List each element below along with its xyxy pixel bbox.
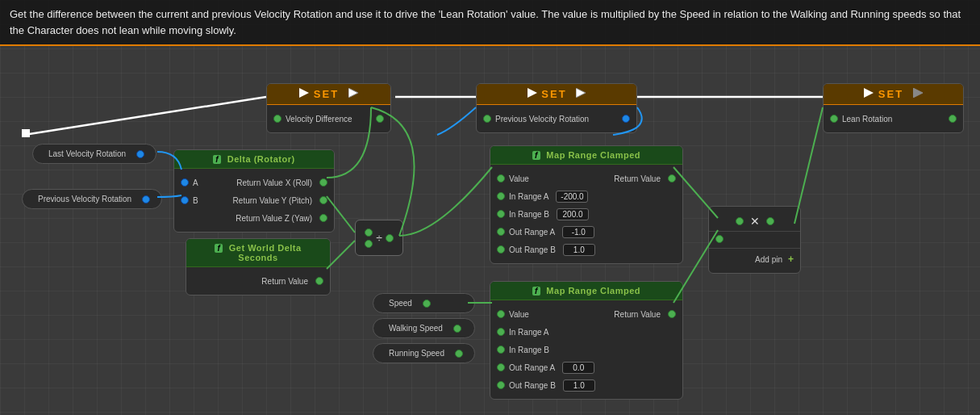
walking-speed-inner: Walking Speed [385, 324, 463, 333]
map-range-2-body: Value Return Value In Range A In Range B… [490, 300, 682, 399]
map2-out-a-value[interactable]: 0.0 [562, 362, 594, 374]
lean-rot-label: Lean Rotation [838, 115, 896, 124]
pin-dot-delta-sec-out [315, 277, 323, 285]
get-world-delta-seconds-node: f Get World Delta Seconds Return Value [186, 238, 331, 296]
set-node-lean-rotation: SET Lean Rotation [823, 83, 964, 133]
get-world-delta-return-label: Return Value [257, 277, 312, 286]
set-node-1-pin: Velocity Difference [267, 110, 390, 128]
map-range-2-header: f Map Range Clamped [490, 282, 682, 300]
vel-diff-label: Velocity Difference [281, 115, 357, 124]
svg-marker-5 [913, 88, 923, 98]
pin-dot-prevvelrot-in [483, 115, 491, 123]
entry-point [22, 129, 30, 137]
divide-symbol: ÷ [376, 232, 382, 245]
get-world-delta-label: Get World Delta Seconds [229, 243, 302, 262]
exec-in-arrow-2 [528, 88, 537, 98]
map1-out-b-row: Out Range B 1.0 [490, 241, 682, 258]
map2-out-b-value[interactable]: 1.0 [563, 379, 595, 392]
pin-dot-mult-in-2 [715, 235, 724, 243]
map1-in-a-row: In Range A -200.0 [490, 187, 682, 205]
walking-speed-label: Walking Speed [385, 324, 447, 333]
pin-dot-map2-outa [497, 363, 505, 371]
pin-dot-map2-outb [497, 381, 505, 389]
running-speed-label: Running Speed [385, 349, 448, 358]
pin-dot-prev-vel-rot [142, 195, 150, 203]
pin-dot-mult-in-1 [736, 217, 744, 225]
speed-inputs-container: Speed Walking Speed Running Speed [373, 293, 475, 363]
delta-rotator-header: f Delta (Rotator) [174, 150, 334, 169]
set-node-2-pin: Previous Velocity Rotation [477, 110, 636, 128]
map-range-1-label: Map Range Clamped [546, 150, 640, 160]
description-text: Get the difference between the current a… [10, 8, 961, 36]
func-icon-delta-sec: f [215, 244, 223, 253]
pin-dot-vel-diff-in [273, 115, 281, 123]
get-world-delta-pin: Return Value [186, 272, 330, 290]
description-bar: Get the difference between the current a… [0, 0, 980, 46]
exec-in-arrow-1 [299, 88, 309, 98]
exec-out-arrow-2 [576, 88, 586, 98]
pin-dot-div-in-1 [365, 228, 373, 237]
set-node-prev-vel-rot: SET Previous Velocity Rotation [476, 83, 637, 133]
speed-label: Speed [385, 299, 416, 308]
pin-dot-map2-ina [497, 328, 505, 336]
var-prev-vel-inner: Previous Velocity Rotation [34, 195, 150, 203]
set-node-3-label: SET [878, 88, 903, 100]
var-last-velocity-rotation: Last Velocity Rotation [32, 144, 156, 164]
map-range-1-header: f Map Range Clamped [490, 146, 682, 165]
set-node-2-header: SET [477, 84, 636, 105]
prev-vel-rot-label: Previous Velocity Rotation [491, 115, 593, 124]
var-previous-velocity-rotation: Previous Velocity Rotation [22, 189, 162, 209]
delta-rotator-label: Delta (Rotator) [227, 154, 295, 164]
pin-dot-map1-outb [497, 245, 505, 254]
pin-dot-map1-outa [497, 228, 505, 236]
pin-dot-last-vel-rot [136, 150, 144, 158]
get-world-delta-header: f Get World Delta Seconds [186, 239, 330, 267]
add-pin-label: Add pin [751, 255, 786, 264]
add-pin-button[interactable]: Add pin + [709, 250, 800, 268]
delta-pin-b: B Return Value Y (Pitch) [174, 191, 334, 209]
map1-out-a-value[interactable]: -1.0 [562, 226, 594, 238]
set-node-2-body: Previous Velocity Rotation [477, 105, 636, 132]
pin-dot-running-speed [455, 350, 463, 358]
last-vel-rot-label: Last Velocity Rotation [44, 149, 130, 158]
func-icon-map1: f [532, 151, 540, 160]
set-node-3-header: SET [824, 84, 963, 105]
map-range-1-body: Value Return Value In Range A -200.0 In … [490, 165, 682, 263]
map2-in-a-row: In Range A [490, 323, 682, 341]
svg-marker-4 [864, 88, 874, 98]
pin-dot-map2-val-in [497, 310, 505, 318]
map1-in-b-value[interactable]: 200.0 [557, 208, 589, 220]
map2-out-a-row: Out Range A 0.0 [490, 358, 682, 376]
pin-dot-mult-out [766, 217, 774, 225]
exec-out-arrow-3 [913, 88, 923, 98]
pin-dot-map1-val-in [497, 174, 505, 182]
multiply-symbol: ✕ [750, 215, 760, 228]
map1-in-b-row: In Range B 200.0 [490, 205, 682, 223]
set-node-1-body: Velocity Difference [267, 105, 390, 132]
map-range-clamped-1-node: f Map Range Clamped Value Return Value I… [490, 145, 683, 264]
map1-out-b-value[interactable]: 1.0 [563, 244, 595, 256]
pin-dot-lean-rot-in [830, 115, 838, 123]
pin-dot-map1-inb [497, 210, 505, 218]
map1-in-a-value[interactable]: -200.0 [556, 191, 588, 203]
running-speed-inner: Running Speed [385, 349, 463, 358]
svg-marker-2 [528, 88, 537, 98]
svg-marker-1 [348, 88, 358, 98]
map-range-2-label: Map Range Clamped [546, 286, 640, 296]
prev-vel-rot-var-label: Previous Velocity Rotation [34, 195, 136, 203]
divide-node: ÷ [355, 220, 403, 256]
pin-dot-prevvelrot-out [622, 115, 630, 123]
map2-value-row: Value Return Value [490, 305, 682, 323]
set-node-1-header: SET [267, 84, 390, 105]
add-pin-separator [709, 248, 800, 249]
get-world-delta-body: Return Value [186, 267, 330, 295]
var-speed: Speed [373, 293, 475, 313]
map-range-clamped-2-node: f Map Range Clamped Value Return Value I… [490, 281, 683, 400]
svg-marker-0 [299, 88, 309, 98]
pin-dot-a [181, 178, 189, 187]
delta-pin-yaw: Return Value Z (Yaw) [174, 209, 334, 227]
pin-dot-speed [423, 300, 431, 308]
map1-value-row: Value Return Value [490, 170, 682, 187]
pin-dot-div-out [386, 234, 394, 242]
func-icon-delta: f [213, 155, 221, 164]
